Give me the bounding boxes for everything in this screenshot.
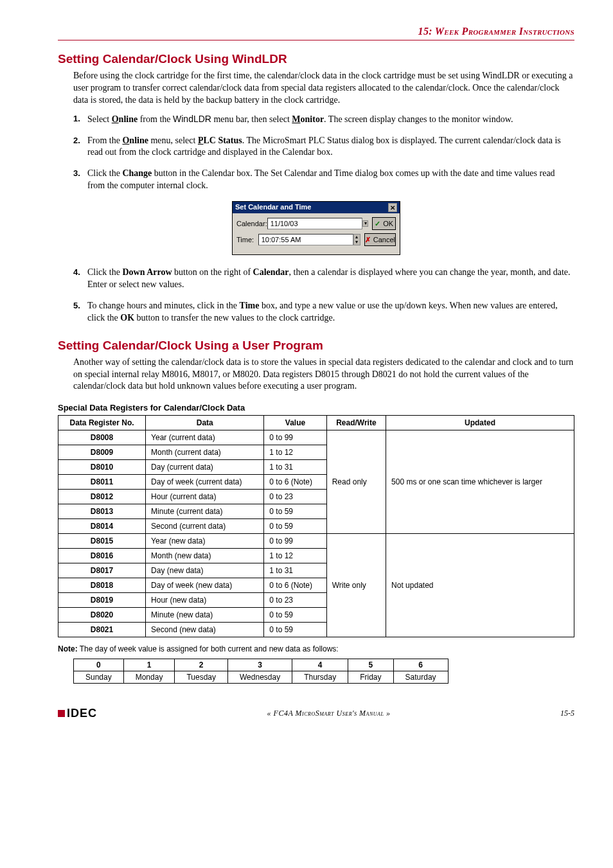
cell-data: Second (current data) <box>146 519 264 534</box>
cell-value: 0 to 59 <box>264 608 326 623</box>
step-4: 4. Click the Down Arrow button on the ri… <box>73 267 574 291</box>
col-updated: Updated <box>386 416 574 430</box>
cell-updated: 500 ms or one scan time whichever is lar… <box>386 430 574 534</box>
cell-value: 0 to 23 <box>264 593 326 608</box>
cell-value: 0 to 23 <box>264 490 326 504</box>
cell-register: D8011 <box>58 475 146 490</box>
dow-day: Tuesday <box>175 671 228 683</box>
section1-title: Setting Calendar/Clock Using WindLDR <box>58 52 574 66</box>
cell-data: Year (new data) <box>146 534 264 549</box>
dow-num: 3 <box>228 659 292 671</box>
cell-register: D8010 <box>58 460 146 475</box>
chevron-down-icon: ▾ <box>354 240 360 245</box>
cell-data: Year (current data) <box>146 430 264 445</box>
note: Note: The day of week value is assigned … <box>58 644 574 654</box>
cell-data: Minute (new data) <box>146 608 264 623</box>
cell-data: Day of week (new data) <box>146 578 264 593</box>
dow-day: Friday <box>348 671 393 683</box>
check-icon: ✓ <box>375 220 380 228</box>
time-label: Time: <box>236 236 258 244</box>
cell-data: Month (new data) <box>146 549 264 563</box>
cell-value: 0 to 99 <box>264 430 326 445</box>
cell-register: D8015 <box>58 534 146 549</box>
cell-readwrite: Write only <box>326 534 386 637</box>
cell-value: 0 to 6 (Note) <box>264 578 326 593</box>
day-of-week-table: 0123456 SundayMondayTuesdayWednesdayThur… <box>73 659 449 684</box>
calendar-input[interactable] <box>267 218 362 229</box>
manual-title: « FC4A MicroSmart User's Manual » <box>267 709 391 718</box>
cell-value: 1 to 31 <box>264 563 326 578</box>
logo-square-icon <box>58 710 65 717</box>
table-row: D8008 Year (current data) 0 to 99Read on… <box>58 430 574 445</box>
cell-register: D8008 <box>58 430 146 445</box>
cell-register: D8017 <box>58 563 146 578</box>
page-footer: IDEC « FC4A MicroSmart User's Manual » 1… <box>58 707 574 720</box>
section1-intro: Before using the clock cartridge for the… <box>73 70 574 107</box>
dow-day: Saturday <box>393 671 448 683</box>
set-calendar-dialog: Set Calendar and Time ✕ Calendar: ▾ ✓OK … <box>232 201 400 255</box>
step-5: 5. To change hours and minutes, click in… <box>73 300 574 324</box>
table-header-row: Data Register No. Data Value Read/Write … <box>58 416 574 430</box>
dow-num: 6 <box>393 659 448 671</box>
dow-num: 2 <box>175 659 228 671</box>
cell-data: Hour (current data) <box>146 490 264 504</box>
calendar-label: Calendar: <box>236 220 267 227</box>
idec-logo: IDEC <box>58 707 97 720</box>
cell-value: 1 to 12 <box>264 549 326 563</box>
cell-register: D8014 <box>58 519 146 534</box>
cell-register: D8016 <box>58 549 146 563</box>
col-readwrite: Read/Write <box>326 416 386 430</box>
table-row: SundayMondayTuesdayWednesdayThursdayFrid… <box>74 671 449 683</box>
dow-num: 5 <box>348 659 393 671</box>
cell-register: D8020 <box>58 608 146 623</box>
chevron-down-icon: ▾ <box>363 221 368 226</box>
dow-day: Monday <box>123 671 175 683</box>
col-value: Value <box>264 416 326 430</box>
dow-day: Wednesday <box>228 671 292 683</box>
calendar-dropdown[interactable]: ▾ <box>362 220 369 227</box>
cell-value: 0 to 59 <box>264 519 326 534</box>
col-data: Data <box>146 416 264 430</box>
cell-data: Hour (new data) <box>146 593 264 608</box>
page-number: 15-5 <box>560 709 574 718</box>
cell-value: 0 to 6 (Note) <box>264 475 326 490</box>
dow-num: 0 <box>74 659 124 671</box>
table-row: D8015 Year (new data) 0 to 99Write only … <box>58 534 574 549</box>
cell-updated: Not updated <box>386 534 574 637</box>
dialog-titlebar: Set Calendar and Time ✕ <box>233 202 400 213</box>
cell-data: Second (new data) <box>146 623 264 637</box>
dow-day: Sunday <box>74 671 124 683</box>
cell-value: 0 to 59 <box>264 504 326 519</box>
registers-table: Data Register No. Data Value Read/Write … <box>58 415 574 637</box>
cell-data: Day of week (current data) <box>146 475 264 490</box>
close-icon[interactable]: ✕ <box>388 203 397 212</box>
table-heading: Special Data Registers for Calendar/Cloc… <box>58 403 574 412</box>
table-row: 0123456 <box>74 659 449 671</box>
cell-value: 0 to 99 <box>264 534 326 549</box>
time-spinner[interactable]: ▴▾ <box>353 234 360 245</box>
dialog-title: Set Calendar and Time <box>235 203 311 212</box>
header-rule <box>58 40 574 40</box>
cancel-button[interactable]: ✗Cancel <box>364 233 396 246</box>
section2-intro: Another way of setting the calendar/cloc… <box>73 357 574 393</box>
cell-value: 0 to 59 <box>264 623 326 637</box>
ok-button[interactable]: ✓OK <box>372 217 396 230</box>
cell-register: D8009 <box>58 445 146 460</box>
chapter-header: 15: Week Programmer Instructions <box>58 26 574 37</box>
cell-data: Minute (current data) <box>146 504 264 519</box>
cell-data: Month (current data) <box>146 445 264 460</box>
cell-value: 1 to 31 <box>264 460 326 475</box>
cell-data: Day (current data) <box>146 460 264 475</box>
time-input[interactable] <box>258 234 353 245</box>
x-icon: ✗ <box>365 236 371 244</box>
dow-day: Thursday <box>292 671 348 683</box>
section2-title: Setting Calendar/Clock Using a User Prog… <box>58 339 574 353</box>
cell-register: D8019 <box>58 593 146 608</box>
cell-readwrite: Read only <box>326 430 386 534</box>
cell-data: Day (new data) <box>146 563 264 578</box>
cell-register: D8013 <box>58 504 146 519</box>
step-2: 2. From the Online menu, select PLC Stat… <box>73 135 574 159</box>
cell-register: D8021 <box>58 623 146 637</box>
cell-register: D8018 <box>58 578 146 593</box>
cell-register: D8012 <box>58 490 146 504</box>
